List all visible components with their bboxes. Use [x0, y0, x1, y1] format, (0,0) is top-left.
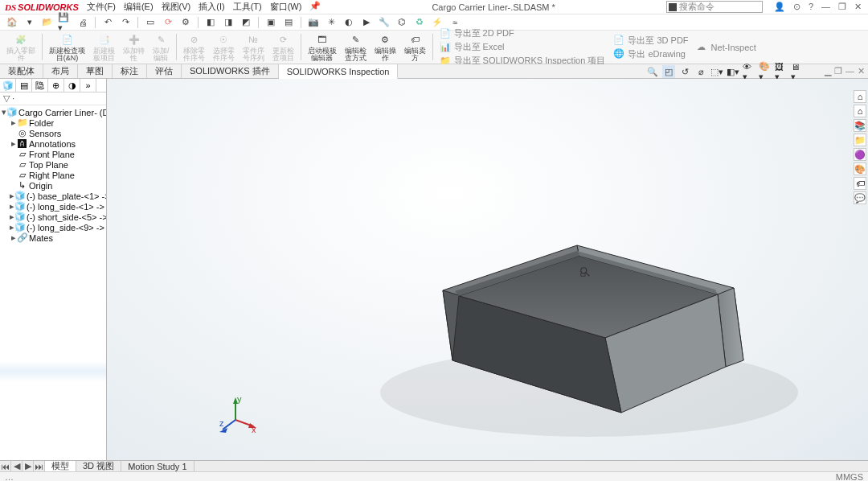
- qa-display-icon[interactable]: ◐: [342, 16, 356, 29]
- qa-circuit-icon[interactable]: ⚡: [430, 16, 444, 29]
- appearance-icon[interactable]: 🎨▾: [759, 65, 772, 78]
- tab-assembly[interactable]: 装配体: [0, 64, 43, 78]
- edit-vendors-button[interactable]: 🏷编辑卖 方: [401, 32, 429, 62]
- qa-flow-icon[interactable]: ≈: [448, 16, 462, 29]
- tab-inspection[interactable]: SOLIDWORKS Inspection: [279, 64, 399, 79]
- close-button[interactable]: ✕: [854, 2, 862, 12]
- taskpane-home-icon[interactable]: ⌂: [854, 90, 866, 103]
- panel-close-icon[interactable]: ✕: [858, 66, 865, 76]
- tab-nav-last-icon[interactable]: ⏭: [34, 461, 45, 471]
- tree-folder[interactable]: ▸📁Folder: [0, 117, 106, 128]
- print-icon[interactable]: 🖨: [76, 16, 90, 29]
- menu-pin-icon[interactable]: 📌: [309, 1, 321, 13]
- taskpane-file-explorer-icon[interactable]: 📁: [854, 134, 866, 146]
- scene-icon[interactable]: 🖼▾: [775, 65, 788, 78]
- qa-cluster-1[interactable]: ◧: [203, 16, 218, 29]
- tree-mates[interactable]: ▸🔗Mates: [0, 232, 106, 243]
- taskpane-resources-icon[interactable]: ⌂: [854, 105, 866, 117]
- taskpane-custom-props-icon[interactable]: 🏷: [854, 177, 866, 190]
- qa-cube-icon[interactable]: ▣: [264, 16, 278, 29]
- qa-render-icon[interactable]: ✳: [324, 16, 338, 29]
- notify-icon[interactable]: ⊙: [793, 2, 800, 12]
- help-icon[interactable]: ?: [809, 2, 813, 12]
- tree-annotations[interactable]: ▸🅰Annotations: [0, 138, 106, 149]
- redo-icon[interactable]: ↷: [118, 16, 133, 29]
- tree-right-plane[interactable]: ▱Right Plane: [0, 170, 106, 180]
- qa-sustain-icon[interactable]: ♻: [412, 16, 427, 29]
- qa-sim-icon[interactable]: ⌬: [395, 16, 409, 29]
- menu-file[interactable]: 文件(F): [87, 1, 116, 13]
- tree-top-plane[interactable]: ▱Top Plane: [0, 159, 106, 170]
- edit-operations-button[interactable]: ⚙编辑操 作: [371, 32, 399, 62]
- restore-button[interactable]: ❐: [838, 2, 846, 12]
- fm-tab-expand-icon[interactable]: »: [80, 79, 96, 92]
- tree-origin[interactable]: ↳Origin: [0, 180, 106, 191]
- qa-cluster-3[interactable]: ◩: [239, 16, 253, 29]
- tab-plugins[interactable]: SOLIDWORKS 插件: [182, 64, 279, 78]
- menu-edit[interactable]: 编辑(E): [124, 1, 154, 13]
- minimize-button[interactable]: —: [821, 2, 830, 12]
- fm-tab-config-icon[interactable]: 隐: [32, 79, 48, 92]
- tab-markup[interactable]: 标注: [113, 64, 147, 78]
- tree-part-4[interactable]: ▸🧊(-) long_side-<9> -> (Def: [0, 222, 106, 232]
- tree-part-1[interactable]: ▸🧊(-) base_plate-<1> -> (De: [0, 191, 106, 201]
- prev-view-icon[interactable]: ↺: [678, 65, 691, 78]
- taskpane-view-palette-icon[interactable]: 🟣: [854, 148, 866, 161]
- login-icon[interactable]: 👤: [774, 2, 785, 12]
- fm-tab-display-icon[interactable]: ◑: [64, 79, 80, 92]
- taskpane-design-lib-icon[interactable]: 📚: [854, 119, 866, 132]
- qa-toolbox-icon[interactable]: 🔧: [377, 16, 391, 29]
- fm-tab-property-icon[interactable]: ▤: [16, 79, 32, 92]
- menu-insert[interactable]: 插入(I): [199, 1, 224, 13]
- zoom-fit-icon[interactable]: 🔍: [646, 65, 659, 78]
- fm-tab-dimxpert-icon[interactable]: ⊕: [48, 79, 64, 92]
- view-triad[interactable]: y x z: [219, 396, 260, 436]
- options-icon[interactable]: ⚙: [178, 16, 193, 29]
- tree-sensors[interactable]: ◎Sensors: [0, 128, 106, 138]
- edit-inspection-method-button[interactable]: ✎编辑检 查方式: [342, 32, 370, 62]
- undo-icon[interactable]: ↶: [100, 16, 115, 29]
- qa-sheet-icon[interactable]: ▤: [281, 16, 296, 29]
- tab-sketch[interactable]: 草图: [78, 64, 113, 78]
- save-icon[interactable]: 💾▾: [58, 16, 72, 29]
- command-search[interactable]: 搜索命令: [666, 1, 763, 13]
- tab-model[interactable]: 模型: [45, 461, 76, 471]
- panel-restore-icon[interactable]: ❐: [834, 66, 842, 76]
- tree-part-3[interactable]: ▸🧊(-) short_side-<5> -> (De: [0, 212, 106, 222]
- new-inspection-project-button[interactable]: 📄 新建检查项 目(&N): [46, 32, 88, 62]
- qa-motion-icon[interactable]: ▶: [359, 16, 374, 29]
- tab-motion1[interactable]: Motion Study 1: [121, 461, 194, 471]
- tab-nav-prev-icon[interactable]: ◀: [11, 461, 23, 471]
- fm-tab-tree-icon[interactable]: 🧊: [0, 79, 16, 92]
- tab-evaluate[interactable]: 评估: [147, 64, 182, 78]
- taskpane-appearances-icon[interactable]: 🎨: [854, 162, 866, 175]
- zoom-area-icon[interactable]: ◰: [662, 65, 675, 78]
- graphics-viewport[interactable]: y x z ⌂ ⌂ 📚 📁 🟣 🎨 🏷 💬: [107, 79, 868, 460]
- panel-max-icon[interactable]: —: [845, 66, 854, 76]
- launch-template-editor-button[interactable]: 🗔启动模板 编辑器: [305, 32, 340, 62]
- menu-tools[interactable]: 工具(T): [233, 1, 262, 13]
- tab-nav-next-icon[interactable]: ▶: [23, 461, 34, 471]
- menu-window[interactable]: 窗口(W): [270, 1, 302, 13]
- tab-nav-first-icon[interactable]: ⏮: [0, 461, 11, 471]
- display-style-icon[interactable]: ◧▾: [727, 65, 739, 78]
- qa-camera-icon[interactable]: 📷: [306, 16, 321, 29]
- qa-cluster-2[interactable]: ◨: [221, 16, 235, 29]
- new-doc-icon[interactable]: ▾: [23, 16, 37, 29]
- view-orient-icon[interactable]: ⬚▾: [710, 65, 723, 78]
- rebuild-icon[interactable]: ⟳: [161, 16, 175, 29]
- tab-3dview[interactable]: 3D 视图: [76, 461, 121, 471]
- hide-show-icon[interactable]: 👁▾: [743, 65, 755, 78]
- tree-front-plane[interactable]: ▱Front Plane: [0, 149, 106, 159]
- home-icon[interactable]: 🏠: [5, 16, 19, 29]
- tab-layout[interactable]: 布局: [43, 64, 78, 78]
- tree-root[interactable]: ▾🧊Cargo Carrier Liner- (Default: [0, 107, 106, 117]
- open-icon[interactable]: 📂: [40, 16, 55, 29]
- section-view-icon[interactable]: ⌀: [694, 65, 707, 78]
- taskpane-forum-icon[interactable]: 💬: [854, 191, 866, 204]
- select-icon[interactable]: ▭: [143, 16, 158, 29]
- fm-filter-row[interactable]: ▽ ·: [0, 92, 106, 105]
- panel-min-icon[interactable]: ▁: [825, 66, 831, 76]
- tree-part-2[interactable]: ▸🧊(-) long_side-<1> -> (Def: [0, 201, 106, 212]
- menu-view[interactable]: 视图(V): [162, 1, 191, 13]
